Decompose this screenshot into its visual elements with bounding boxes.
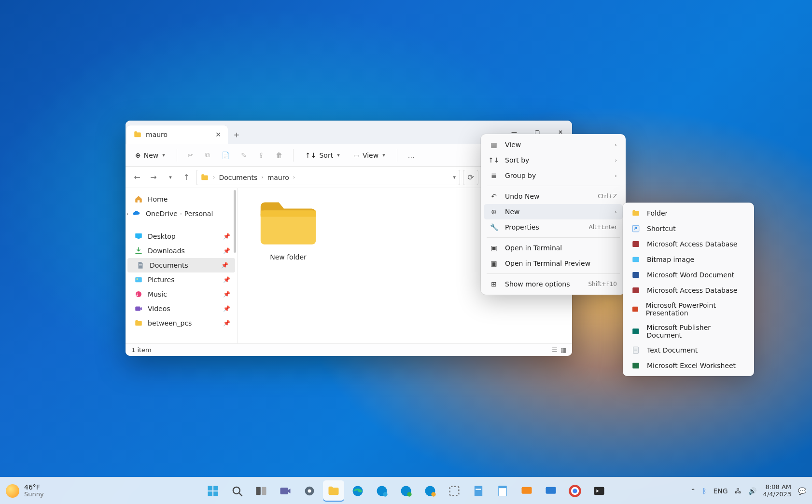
sidebar-item-documents[interactable]: Documents 📌 xyxy=(127,258,235,272)
sidebar-item-music[interactable]: Music 📌 xyxy=(126,287,237,301)
sidebar-item-downloads[interactable]: Downloads 📌 xyxy=(126,244,237,258)
new-tab-button[interactable]: ＋ xyxy=(228,125,245,144)
svg-rect-7 xyxy=(135,307,140,311)
terminal-app[interactable] xyxy=(588,480,610,502)
submenu-text[interactable]: Text Document xyxy=(626,342,751,358)
view-icon: ▭ xyxy=(353,151,360,159)
pin-icon[interactable]: 📌 xyxy=(223,320,230,327)
share-button[interactable]: ⇪ xyxy=(254,149,268,162)
submenu-folder[interactable]: Folder xyxy=(626,205,751,221)
pin-icon[interactable]: 📌 xyxy=(223,276,230,283)
more-button[interactable]: … xyxy=(404,149,419,162)
submenu-bitmap[interactable]: Bitmap image xyxy=(626,252,751,267)
pin-icon[interactable]: 📌 xyxy=(223,291,230,298)
tab-close-button[interactable]: ✕ xyxy=(215,131,221,138)
gear-icon xyxy=(303,484,316,498)
chrome-app[interactable] xyxy=(564,480,586,502)
delete-button[interactable]: 🗑 xyxy=(272,149,286,162)
icons-view-button[interactable]: ▦ xyxy=(560,346,566,354)
sidebar-home[interactable]: Home xyxy=(126,192,237,206)
menu-properties[interactable]: 🔧 Properties Alt+Enter xyxy=(484,219,623,235)
notifications-button[interactable]: 💬 xyxy=(798,487,806,495)
recent-button[interactable]: ▾ xyxy=(163,171,177,184)
sort-button[interactable]: ↑↓ Sort ▾ xyxy=(300,149,345,162)
new-button[interactable]: ⊕ New ▾ xyxy=(130,149,170,162)
view-label: View xyxy=(363,151,378,159)
menu-undo[interactable]: ↶ Undo New Ctrl+Z xyxy=(484,189,623,204)
group-icon: ≣ xyxy=(490,171,498,180)
submenu-publisher[interactable]: Microsoft Publisher Document xyxy=(626,320,751,342)
chevron-down-icon[interactable]: ▾ xyxy=(453,174,456,180)
sidebar-item-between-pcs[interactable]: between_pcs 📌 xyxy=(126,316,237,330)
breadcrumb-mauro[interactable]: mauro xyxy=(267,174,289,181)
copy-button[interactable]: ⧉ xyxy=(201,148,214,162)
snip-app[interactable] xyxy=(444,480,465,502)
menu-sort-by[interactable]: ↑↓ Sort by › xyxy=(484,152,623,168)
settings-app[interactable] xyxy=(299,480,320,502)
breadcrumb-documents[interactable]: Documents xyxy=(219,174,257,181)
folder-item-new-folder[interactable]: New folder xyxy=(247,198,329,261)
paste-button[interactable]: 📄 xyxy=(218,149,234,162)
folder-icon xyxy=(327,484,340,498)
svg-rect-9 xyxy=(261,211,316,217)
submenu-access-db[interactable]: Microsoft Access Database xyxy=(626,236,751,252)
folder-icon xyxy=(631,209,640,218)
pin-icon[interactable]: 📌 xyxy=(223,305,230,312)
svg-rect-10 xyxy=(632,225,639,232)
menu-open-terminal-preview[interactable]: ▣ Open in Terminal Preview xyxy=(484,256,623,271)
view-button[interactable]: ▭ View ▾ xyxy=(349,149,390,162)
desktop[interactable]: mauro ✕ ＋ — ▢ ✕ ⊕ New ▾ ✂︎ ⧉ 📄 ✎ ⇪ xyxy=(0,0,812,504)
notepad-app[interactable] xyxy=(468,480,489,502)
edge-dev-app[interactable] xyxy=(395,480,417,502)
pin-icon[interactable]: 📌 xyxy=(223,233,230,240)
tray-overflow-button[interactable]: ⌃ xyxy=(690,487,696,495)
submenu-word[interactable]: Microsoft Word Document xyxy=(626,267,751,283)
edge-canary-app[interactable] xyxy=(420,480,441,502)
tips-app[interactable] xyxy=(540,480,561,502)
feedback-app[interactable] xyxy=(516,480,537,502)
language-indicator[interactable]: ENG xyxy=(713,487,728,495)
teams-app[interactable] xyxy=(275,480,296,502)
breadcrumb-sep: › xyxy=(213,174,215,180)
pin-icon[interactable]: 📌 xyxy=(223,247,230,254)
submenu-excel[interactable]: Microsoft Excel Worksheet xyxy=(626,358,751,373)
bluetooth-icon[interactable]: ᛒ xyxy=(702,487,706,495)
search-button[interactable] xyxy=(226,480,248,502)
back-button[interactable]: ← xyxy=(130,171,144,184)
network-icon[interactable]: 🖧 xyxy=(735,487,742,495)
refresh-button[interactable]: ⟳ xyxy=(463,170,478,185)
breadcrumb-sep: › xyxy=(293,174,295,180)
submenu-access-db-2[interactable]: Microsoft Access Database xyxy=(626,283,751,298)
edge-beta-app[interactable] xyxy=(371,480,392,502)
chevron-right-icon[interactable]: › xyxy=(126,211,128,217)
explorer-app[interactable] xyxy=(323,480,344,502)
tab-mauro[interactable]: mauro ✕ xyxy=(126,125,228,144)
sidebar-item-pictures[interactable]: Pictures 📌 xyxy=(126,272,237,287)
edge-icon xyxy=(351,484,364,498)
forward-button[interactable]: → xyxy=(147,171,160,184)
download-icon xyxy=(134,246,143,255)
rename-button[interactable]: ✎ xyxy=(238,149,251,162)
submenu-shortcut[interactable]: Shortcut xyxy=(626,221,751,236)
task-view-button[interactable] xyxy=(251,480,272,502)
clock[interactable]: 8:08 AM 4/4/2023 xyxy=(763,484,791,498)
weather-widget[interactable]: 46°F Sunny xyxy=(6,484,44,498)
menu-view[interactable]: ▦ View › xyxy=(484,137,623,152)
submenu-powerpoint[interactable]: Microsoft PowerPoint Presentation xyxy=(626,298,751,320)
details-view-button[interactable]: ☰ xyxy=(552,346,558,354)
menu-group-by[interactable]: ≣ Group by › xyxy=(484,168,623,183)
sidebar-item-videos[interactable]: Videos 📌 xyxy=(126,301,237,316)
sidebar-onedrive[interactable]: › OneDrive - Personal xyxy=(126,206,237,221)
address-bar[interactable]: › Documents › mauro › ▾ xyxy=(196,170,460,185)
edge-app[interactable] xyxy=(347,480,368,502)
volume-icon[interactable]: 🔊 xyxy=(748,487,756,495)
up-button[interactable]: ↑ xyxy=(180,171,193,184)
notepad2-app[interactable] xyxy=(492,480,513,502)
pin-icon[interactable]: 📌 xyxy=(221,262,228,269)
menu-new[interactable]: ⊕ New › xyxy=(484,204,623,219)
menu-show-more[interactable]: ⊞ Show more options Shift+F10 xyxy=(484,276,623,292)
sidebar-item-desktop[interactable]: Desktop 📌 xyxy=(126,229,237,244)
start-button[interactable] xyxy=(202,480,224,502)
menu-open-terminal[interactable]: ▣ Open in Terminal xyxy=(484,240,623,256)
cut-button[interactable]: ✂︎ xyxy=(184,149,197,162)
